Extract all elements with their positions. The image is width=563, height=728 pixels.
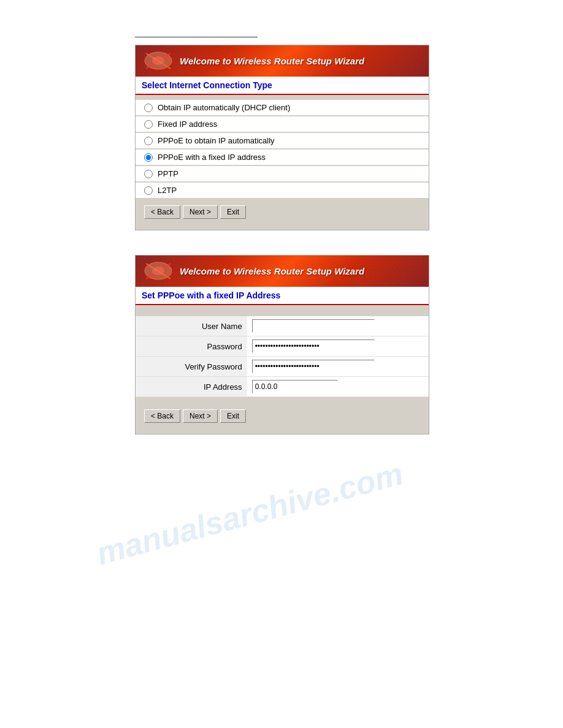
panel2-content: User Name Password Verify Password (136, 305, 429, 434)
svg-line-2 (146, 53, 170, 69)
svg-point-4 (145, 262, 172, 279)
panel2-header-title: Welcome to Wireless Router Setup Wizard (180, 266, 364, 276)
option-row-l2tp: L2TP (136, 183, 429, 198)
verify-password-label: Verify Password (136, 357, 247, 377)
panel2-exit-button[interactable]: Exit (220, 409, 246, 423)
svg-point-0 (145, 52, 172, 69)
password-input-cell (247, 336, 429, 357)
ip-address-input-cell (247, 377, 429, 397)
ip-address-label: IP Address (136, 377, 247, 397)
option-row-pptp: PPTP (136, 166, 429, 181)
svg-point-7 (152, 267, 164, 275)
radio-pppoe-auto[interactable] (144, 137, 153, 145)
panel2-section-title: Set PPPoe with a fixed IP Address (136, 287, 429, 305)
radio-fixed-ip[interactable] (144, 120, 153, 129)
label-pptp[interactable]: PPTP (158, 169, 178, 178)
panel1-button-row: < Back Next > Exit (136, 199, 429, 225)
panel1-header: Welcome to Wireless Router Setup Wizard (136, 45, 429, 77)
option-row-pppoe-auto: PPPoE to obtain IP automatically (136, 133, 429, 148)
panel2-form-table: User Name Password Verify Password (136, 316, 429, 397)
username-label: User Name (136, 316, 247, 336)
panel1-header-title: Welcome to Wireless Router Setup Wizard (180, 56, 364, 66)
ip-address-input[interactable] (252, 380, 338, 393)
ip-address-row: IP Address (136, 377, 429, 397)
panel2-spacer-top (136, 310, 429, 316)
option-row-dhcp: Obtain IP automatically (DHCP client) (136, 100, 429, 115)
panel1-exit-button[interactable]: Exit (220, 205, 246, 219)
panel-2: Welcome to Wireless Router Setup Wizard … (135, 255, 429, 434)
radio-dhcp[interactable] (144, 104, 153, 112)
header-graphic-2-icon (143, 260, 174, 282)
panel2-header: Welcome to Wireless Router Setup Wizard (136, 256, 429, 287)
label-dhcp[interactable]: Obtain IP automatically (DHCP client) (158, 103, 290, 112)
header-graphic-icon (143, 50, 174, 72)
panel2-spacer-bottom (136, 397, 429, 403)
radio-pppoe-fixed[interactable] (144, 153, 153, 162)
panel2-button-row: < Back Next > Exit (136, 403, 429, 429)
option-row-fixed-ip: Fixed IP address (136, 116, 429, 132)
verify-password-input-cell (247, 357, 429, 377)
label-l2tp[interactable]: L2TP (158, 186, 177, 195)
svg-line-5 (146, 264, 170, 279)
radio-pptp[interactable] (144, 170, 153, 178)
username-input[interactable] (252, 319, 375, 333)
svg-point-3 (152, 56, 164, 65)
svg-line-6 (146, 264, 170, 279)
panel-1: Welcome to Wireless Router Setup Wizard … (135, 45, 429, 230)
svg-line-1 (146, 53, 170, 69)
verify-password-row: Verify Password (136, 357, 429, 377)
radio-l2tp[interactable] (144, 186, 153, 195)
panel1-section-title: Select Internet Connection Type (136, 77, 429, 95)
label-pppoe-auto[interactable]: PPPoE to obtain IP automatically (158, 136, 275, 145)
password-input[interactable] (252, 339, 375, 353)
verify-password-input[interactable] (252, 360, 375, 373)
label-pppoe-fixed[interactable]: PPPoE with a fixed IP address (158, 153, 266, 162)
option-row-pppoe-fixed: PPPoE with a fixed IP address (136, 150, 429, 165)
panel2-back-button[interactable]: < Back (144, 409, 180, 423)
panel2-next-button[interactable]: Next > (183, 409, 218, 423)
password-row: Password (136, 336, 429, 357)
password-label: Password (136, 336, 247, 357)
watermark: manualsarchive.com (93, 455, 407, 572)
username-row: User Name (136, 316, 429, 336)
page-wrapper: Welcome to Wireless Router Setup Wizard … (0, 0, 563, 434)
username-input-cell (247, 316, 429, 336)
panel1-next-button[interactable]: Next > (183, 205, 218, 219)
label-fixed-ip[interactable]: Fixed IP address (158, 119, 217, 129)
panel1-content: Obtain IP automatically (DHCP client) Fi… (136, 95, 429, 230)
top-divider (135, 37, 258, 37)
panel1-back-button[interactable]: < Back (144, 205, 180, 219)
